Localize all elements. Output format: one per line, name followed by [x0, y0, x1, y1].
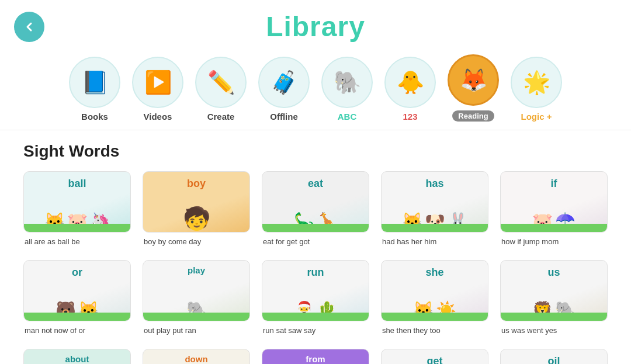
nav-item-offline[interactable]: 🧳 Offline [258, 57, 310, 122]
offline-circle: 🧳 [258, 57, 310, 108]
card-from[interactable]: from 🦒 🐱 from [262, 349, 369, 364]
card-about[interactable]: about 🐊 🐱 about [23, 349, 131, 364]
card-word-eat: eat [262, 178, 369, 190]
card-us[interactable]: us 🦁 🐘 us was went yes [500, 260, 608, 336]
card-she[interactable]: she 🐱 ☀️ she then they too [381, 260, 488, 336]
card-down[interactable]: down 🐘 🐱 down [143, 349, 250, 364]
reading-label: Reading [452, 110, 494, 122]
books-icon: 📘 [81, 71, 109, 93]
nav-item-books[interactable]: 📘 Books [68, 57, 121, 122]
card-img-run: run 🎅 🌵 [262, 260, 369, 321]
card-word-run: run [262, 266, 369, 279]
card-word-from: from [262, 354, 369, 364]
card-get[interactable]: get 🐱 🐶 [381, 349, 488, 364]
videos-label: Videos [144, 112, 172, 122]
card-word-down: down [143, 354, 249, 364]
card-img-or: or 🐻 🐱 [23, 260, 131, 321]
card-img-from: from 🦒 🐱 [262, 349, 369, 364]
num123-label: 123 [403, 112, 417, 122]
nav-item-videos[interactable]: ▶️ Videos [131, 57, 184, 122]
card-word-oil: oil [501, 355, 607, 364]
card-label-or: man not now of or [23, 325, 85, 336]
num123-circle: 🐥 [384, 57, 436, 108]
card-label-us: us was went yes [500, 325, 557, 336]
nav-row: 📘 Books ▶️ Videos ✏️ Create 🧳 Offline 🐘 … [0, 48, 631, 130]
reading-icon: 🦊 [460, 69, 487, 91]
nav-item-123[interactable]: 🐥 123 [384, 57, 436, 122]
card-label-ball: all are as ball be [23, 237, 80, 247]
nav-item-create[interactable]: ✏️ Create [195, 57, 247, 122]
grass-run [262, 313, 369, 321]
card-eat[interactable]: eat 🦕 🦒 eat for get got [262, 171, 369, 247]
header: Library [0, 0, 631, 48]
card-img-oil: oil 🦕 🐱 [500, 349, 608, 364]
card-word-or: or [24, 266, 130, 279]
card-img-boy: boy 🧒 [143, 171, 250, 233]
card-img-about: about 🐊 🐱 [23, 349, 131, 364]
card-label-she: she then they too [381, 325, 441, 336]
grass-ball [24, 224, 130, 232]
sight-words-section: Sight Words ball 🐱 🐷 🦄 all are as ball b… [0, 130, 631, 364]
abc-label: ABC [338, 112, 357, 122]
grass-she [382, 313, 488, 321]
card-word-get: get [382, 355, 488, 364]
card-img-play: play 🐘 [143, 260, 250, 321]
grass-play [143, 313, 249, 321]
logicplus-icon: 🌟 [523, 71, 550, 93]
create-label: Create [207, 112, 235, 122]
card-img-if: if 🐷 ☂️ [500, 171, 608, 233]
card-img-get: get 🐱 🐶 [381, 349, 488, 364]
offline-label: Offline [270, 112, 298, 122]
grass-or [24, 313, 130, 321]
card-oil[interactable]: oil 🦕 🐱 oil [500, 349, 608, 364]
nav-item-logicplus[interactable]: 🌟 Logic + [510, 57, 563, 122]
card-word-ball: ball [24, 178, 130, 190]
card-label-has: had has her him [381, 237, 436, 247]
grass-if [501, 224, 607, 232]
card-ball[interactable]: ball 🐱 🐷 🦄 all are as ball be [23, 171, 131, 247]
num123-icon: 🐥 [397, 71, 424, 93]
card-word-if: if [501, 178, 607, 190]
card-word-us: us [501, 266, 607, 279]
grass-has [382, 224, 488, 232]
nav-item-abc[interactable]: 🐘 ABC [321, 57, 373, 122]
card-img-eat: eat 🦕 🦒 [262, 171, 369, 233]
section-title: Sight Words [23, 142, 608, 161]
card-word-play: play [143, 265, 249, 275]
abc-circle: 🐘 [321, 57, 373, 108]
card-label-run: run sat saw say [262, 325, 316, 336]
create-icon: ✏️ [207, 71, 235, 93]
card-word-has: has [382, 178, 488, 190]
card-img-has: has 🐱 🐶 🐰 [381, 171, 488, 233]
card-word-she: she [382, 266, 488, 279]
logicplus-label: Logic + [521, 112, 552, 122]
books-label: Books [81, 112, 108, 122]
back-button[interactable] [14, 12, 44, 42]
videos-circle: ▶️ [132, 57, 183, 108]
offline-icon: 🧳 [271, 71, 298, 93]
card-label-eat: eat for get got [262, 237, 310, 247]
card-label-boy: boy by come day [143, 237, 201, 247]
card-img-us: us 🦁 🐘 [500, 260, 608, 321]
books-circle: 📘 [69, 57, 120, 108]
card-label-play: out play put ran [143, 325, 196, 336]
card-label-if: how if jump mom [500, 237, 559, 247]
card-boy[interactable]: boy 🧒 boy by come day [143, 171, 250, 247]
grass-us [501, 313, 607, 321]
videos-icon: ▶️ [144, 71, 172, 93]
logicplus-circle: 🌟 [511, 57, 562, 108]
card-img-down: down 🐘 🐱 [143, 349, 250, 364]
create-circle: ✏️ [195, 57, 247, 108]
nav-item-reading[interactable]: 🦊 Reading [447, 54, 500, 122]
cards-grid: ball 🐱 🐷 🦄 all are as ball be boy 🧒 boy … [23, 171, 608, 364]
card-word-boy: boy [143, 178, 249, 190]
abc-icon: 🐘 [334, 71, 361, 93]
card-img-she: she 🐱 ☀️ [381, 260, 488, 321]
grass-eat [262, 224, 369, 232]
card-has[interactable]: has 🐱 🐶 🐰 had has her him [381, 171, 488, 247]
card-or[interactable]: or 🐻 🐱 man not now of or [23, 260, 131, 336]
card-play[interactable]: play 🐘 out play put ran [143, 260, 250, 336]
card-img-ball: ball 🐱 🐷 🦄 [23, 171, 131, 233]
card-run[interactable]: run 🎅 🌵 run sat saw say [262, 260, 369, 336]
card-if[interactable]: if 🐷 ☂️ how if jump mom [500, 171, 608, 247]
